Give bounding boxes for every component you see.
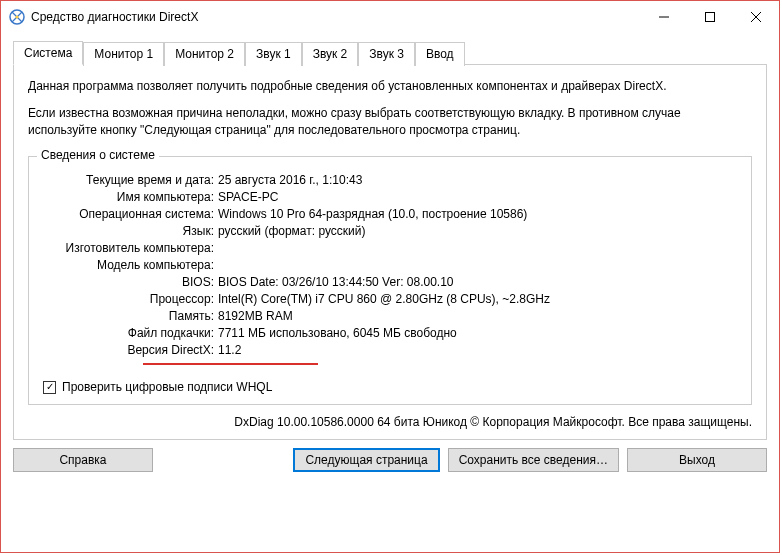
tab-monitor-2[interactable]: Монитор 2 <box>164 42 245 66</box>
info-value: Intel(R) Core(TM) i7 CPU 860 @ 2.80GHz (… <box>218 292 737 306</box>
window-controls <box>641 2 779 32</box>
info-value <box>218 241 737 255</box>
info-row-directx-version: Версия DirectX: 11.2 <box>43 343 737 357</box>
info-row-manufacturer: Изготовитель компьютера: <box>43 241 737 255</box>
info-value: русский (формат: русский) <box>218 224 737 238</box>
minimize-button[interactable] <box>641 2 687 32</box>
system-info-group: Сведения о системе Текущие время и дата:… <box>28 156 752 405</box>
info-label: Память: <box>43 309 218 323</box>
next-page-button[interactable]: Следующая страница <box>293 448 439 472</box>
info-label: Изготовитель компьютера: <box>43 241 218 255</box>
copyright-text: DxDiag 10.00.10586.0000 64 бита Юникод ©… <box>28 415 752 429</box>
button-row: Справка Следующая страница Сохранить все… <box>13 448 767 472</box>
close-button[interactable] <box>733 2 779 32</box>
button-label: Следующая страница <box>305 453 427 467</box>
info-row-datetime: Текущие время и дата: 25 августа 2016 г.… <box>43 173 737 187</box>
help-button[interactable]: Справка <box>13 448 153 472</box>
app-icon <box>9 9 25 25</box>
whql-checkbox[interactable]: ✓ <box>43 381 56 394</box>
info-row-os: Операционная система: Windows 10 Pro 64-… <box>43 207 737 221</box>
info-label: Текущие время и дата: <box>43 173 218 187</box>
tab-sound-1[interactable]: Звук 1 <box>245 42 302 66</box>
info-row-memory: Память: 8192MB RAM <box>43 309 737 323</box>
info-label: Процессор: <box>43 292 218 306</box>
info-value: BIOS Date: 03/26/10 13:44:50 Ver: 08.00.… <box>218 275 737 289</box>
tab-label: Ввод <box>426 47 454 61</box>
info-label: Имя компьютера: <box>43 190 218 204</box>
tab-label: Звук 2 <box>313 47 348 61</box>
whql-checkbox-label: Проверить цифровые подписи WHQL <box>62 380 272 394</box>
tab-panel-system: Данная программа позволяет получить подр… <box>13 64 767 440</box>
tab-system[interactable]: Система <box>13 41 83 65</box>
window-frame: Средство диагностики DirectX Система Мон… <box>0 0 780 553</box>
info-row-computer-name: Имя компьютера: SPACE-PC <box>43 190 737 204</box>
highlight-underline <box>143 363 318 365</box>
content-area: Система Монитор 1 Монитор 2 Звук 1 Звук … <box>1 33 779 482</box>
info-value: Windows 10 Pro 64-разрядная (10.0, постр… <box>218 207 737 221</box>
tab-label: Монитор 2 <box>175 47 234 61</box>
info-value <box>218 258 737 272</box>
button-label: Сохранить все сведения… <box>459 453 608 467</box>
button-label: Выход <box>679 453 715 467</box>
intro-text-1: Данная программа позволяет получить подр… <box>28 78 752 95</box>
tab-sound-3[interactable]: Звук 3 <box>358 42 415 66</box>
svg-rect-5 <box>706 13 715 22</box>
info-value: 8192MB RAM <box>218 309 737 323</box>
info-row-pagefile: Файл подкачки: 7711 МБ использовано, 604… <box>43 326 737 340</box>
info-row-model: Модель компьютера: <box>43 258 737 272</box>
info-value: 7711 МБ использовано, 6045 МБ свободно <box>218 326 737 340</box>
save-all-button[interactable]: Сохранить все сведения… <box>448 448 619 472</box>
info-row-bios: BIOS: BIOS Date: 03/26/10 13:44:50 Ver: … <box>43 275 737 289</box>
tab-monitor-1[interactable]: Монитор 1 <box>83 42 164 66</box>
info-label: Операционная система: <box>43 207 218 221</box>
svg-point-3 <box>15 15 18 18</box>
whql-checkbox-row: ✓ Проверить цифровые подписи WHQL <box>43 380 737 394</box>
window-title: Средство диагностики DirectX <box>31 10 198 24</box>
intro-text-2: Если известна возможная причина неполадк… <box>28 105 752 139</box>
info-label: Версия DirectX: <box>43 343 218 357</box>
tab-input[interactable]: Ввод <box>415 42 465 66</box>
exit-button[interactable]: Выход <box>627 448 767 472</box>
info-label: Файл подкачки: <box>43 326 218 340</box>
titlebar: Средство диагностики DirectX <box>1 1 779 33</box>
info-label: BIOS: <box>43 275 218 289</box>
tab-label: Монитор 1 <box>94 47 153 61</box>
tab-bar: Система Монитор 1 Монитор 2 Звук 1 Звук … <box>13 40 767 65</box>
tab-sound-2[interactable]: Звук 2 <box>302 42 359 66</box>
spacer <box>161 448 285 472</box>
info-value: SPACE-PC <box>218 190 737 204</box>
tab-label: Звук 3 <box>369 47 404 61</box>
button-label: Справка <box>59 453 106 467</box>
tab-label: Звук 1 <box>256 47 291 61</box>
info-label: Модель компьютера: <box>43 258 218 272</box>
groupbox-title: Сведения о системе <box>37 148 159 162</box>
info-label: Язык: <box>43 224 218 238</box>
info-row-processor: Процессор: Intel(R) Core(TM) i7 CPU 860 … <box>43 292 737 306</box>
info-value: 11.2 <box>218 343 737 357</box>
tab-label: Система <box>24 46 72 60</box>
info-row-language: Язык: русский (формат: русский) <box>43 224 737 238</box>
maximize-button[interactable] <box>687 2 733 32</box>
info-value: 25 августа 2016 г., 1:10:43 <box>218 173 737 187</box>
